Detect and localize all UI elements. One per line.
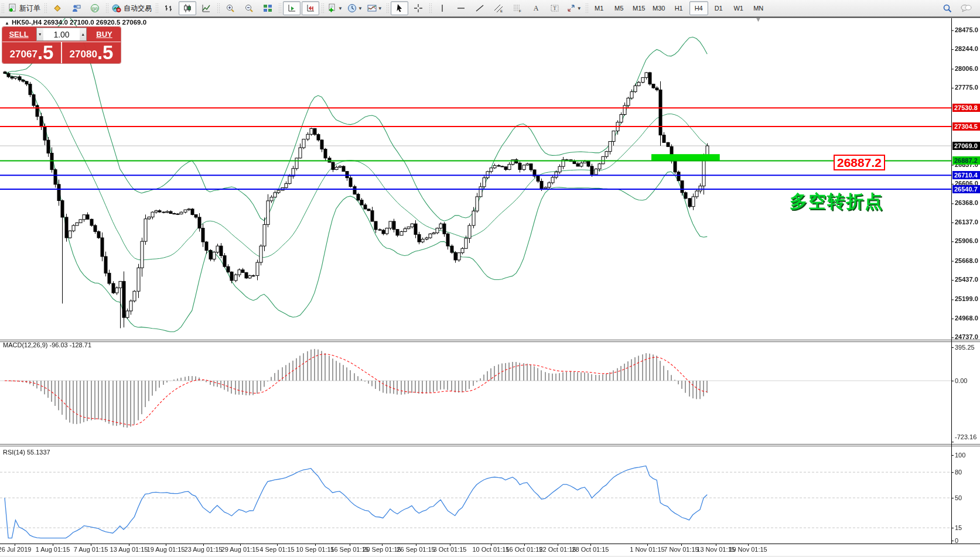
- svg-text:E: E: [500, 9, 503, 13]
- dropdown-arrow-icon[interactable]: ▼: [378, 6, 383, 11]
- rsi-indicator-label: RSI(14) 55.1337: [3, 449, 50, 456]
- templates-button[interactable]: ▼: [326, 1, 344, 15]
- trade-panel-prices: 27067.5 27080.5: [2, 42, 121, 63]
- toolbar-grip: [217, 3, 220, 13]
- tf-m15-button[interactable]: M15: [630, 1, 648, 15]
- price-axis-label: 27775.0: [955, 84, 978, 91]
- tf-h1-button[interactable]: H1: [670, 1, 688, 15]
- new-order-button-label: 新订单: [19, 4, 40, 13]
- trendline-button[interactable]: [471, 1, 489, 15]
- time-axis-label: 13 Aug 01:15: [110, 546, 148, 553]
- line-chart-button[interactable]: [197, 1, 215, 15]
- tf-w1-button-label: W1: [733, 5, 743, 12]
- price-axis-label: 24968.0: [955, 315, 978, 322]
- candlestick-chart-button[interactable]: [179, 1, 196, 15]
- toolbar-grip: [1, 3, 4, 13]
- new-order-button[interactable]: 新订单: [6, 1, 42, 15]
- tile-windows-button[interactable]: [259, 1, 276, 15]
- tf-m30-button-label: M30: [653, 5, 665, 12]
- channel-icon: E: [494, 4, 503, 13]
- symbol-title: ▲HK50-,H4 26934.0 27100.0 26920.5 27069.…: [5, 19, 146, 26]
- tf-m30-button[interactable]: M30: [650, 1, 668, 15]
- time-axis-label: 29 Aug 01:15: [221, 546, 259, 553]
- volume-stepper: ▼ ▲: [36, 28, 87, 41]
- period-button[interactable]: ▼: [346, 1, 364, 15]
- vertical-line-button[interactable]: [433, 1, 451, 15]
- tf-h4-button-label: H4: [695, 5, 703, 12]
- chart-canvas[interactable]: [0, 17, 980, 556]
- auto-scroll-button[interactable]: [283, 1, 301, 15]
- candlestick-icon: [183, 4, 192, 13]
- price-axis-label: 28244.0: [955, 45, 978, 52]
- tf-m1-button[interactable]: M1: [590, 1, 609, 15]
- price-line-badge: 26887.2: [952, 156, 980, 165]
- channel-button[interactable]: E: [490, 1, 507, 15]
- svg-text:(p): (p): [92, 6, 98, 11]
- time-axis-label: 7 Aug 01:15: [74, 546, 108, 553]
- chat-icon: [960, 4, 972, 13]
- macd-axis-label: 395.25: [955, 344, 975, 351]
- time-axis-label: 7 Nov 01:15: [664, 546, 698, 553]
- buy-price: 27080.5: [62, 42, 121, 63]
- price-annotation-label[interactable]: 26887.2: [834, 155, 885, 170]
- dropdown-arrow-icon[interactable]: ▼: [358, 6, 363, 11]
- terminal-window-button[interactable]: [67, 1, 85, 15]
- turning-point-annotation[interactable]: 多空转折点: [790, 190, 883, 214]
- volume-input[interactable]: [43, 28, 80, 40]
- time-axis-label: 23 Aug 01:15: [185, 546, 223, 553]
- tf-w1-button[interactable]: W1: [729, 1, 748, 15]
- price-axis-label: 28475.0: [955, 26, 978, 33]
- fibonacci-button[interactable]: F: [508, 1, 526, 15]
- zoom-out-button[interactable]: [240, 1, 258, 15]
- buy-button[interactable]: BUY: [88, 30, 121, 39]
- cursor-icon: [395, 4, 404, 13]
- new-order-icon: [8, 4, 18, 13]
- signals-button[interactable]: (p): [86, 1, 104, 15]
- chart-shift-icon: [306, 4, 315, 13]
- text-label-button[interactable]: T: [546, 1, 564, 15]
- auto-trading-icon: [112, 4, 122, 13]
- crosshair-button[interactable]: [409, 1, 427, 15]
- rsi-axis-label: 80: [955, 469, 962, 476]
- time-axis-label: 26 Sep 01:15: [397, 546, 435, 553]
- template-icon: [327, 4, 337, 13]
- text-button[interactable]: A: [527, 1, 545, 15]
- horizontal-line-button[interactable]: [452, 1, 470, 15]
- collapse-panel-icon[interactable]: ▲: [5, 20, 9, 26]
- tf-h4-button[interactable]: H4: [689, 1, 708, 15]
- tf-d1-button[interactable]: D1: [709, 1, 728, 15]
- chat-button[interactable]: [957, 1, 975, 15]
- bar-chart-button[interactable]: [160, 1, 177, 15]
- time-axis-label: 22 Oct 01:15: [539, 546, 576, 553]
- chart-window: ▲HK50-,H4 26934.0 27100.0 26920.5 27069.…: [0, 17, 980, 556]
- indicators-button[interactable]: ▼: [366, 1, 384, 15]
- arrows-icon: [566, 4, 576, 13]
- toolbar-right: [938, 1, 975, 15]
- toolbar-grip: [585, 3, 588, 13]
- trendline-icon: [475, 4, 484, 13]
- auto-trading-button[interactable]: 自动交易: [110, 1, 153, 15]
- time-axis-label: 26 Jul 2019: [0, 546, 31, 553]
- arrows-button[interactable]: ▼: [565, 1, 583, 15]
- search-button[interactable]: [938, 1, 956, 15]
- dropdown-arrow-icon[interactable]: ▼: [338, 6, 343, 11]
- one-click-trading-panel: SELL ▼ ▲ BUY 27067.5 27080.5: [2, 27, 121, 63]
- charts-window-button[interactable]: [49, 1, 66, 15]
- tf-mn-button[interactable]: MN: [749, 1, 768, 15]
- price-axis-label: 28006.0: [955, 65, 978, 72]
- cursor-button[interactable]: [391, 1, 408, 15]
- time-axis-label: 19 Aug 01:15: [147, 546, 185, 553]
- price-axis-label: 25668.0: [955, 257, 978, 264]
- sell-button[interactable]: SELL: [2, 30, 35, 39]
- zoom-in-button[interactable]: [221, 1, 239, 15]
- hline-icon: [456, 4, 466, 13]
- dropdown-arrow-icon[interactable]: ▼: [577, 6, 582, 11]
- volume-increase-button[interactable]: ▲: [80, 28, 86, 40]
- zoom-in-icon: [226, 4, 235, 13]
- tf-m5-button-label: M5: [614, 5, 623, 12]
- chart-shift-button[interactable]: [302, 1, 319, 15]
- indicators-icon: [367, 4, 377, 13]
- volume-decrease-button[interactable]: ▼: [37, 28, 43, 40]
- tf-m5-button[interactable]: M5: [610, 1, 629, 15]
- label-icon: T: [550, 4, 559, 13]
